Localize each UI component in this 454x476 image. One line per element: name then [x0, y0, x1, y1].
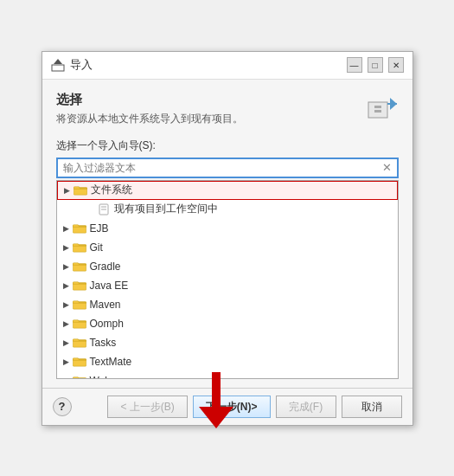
tree-item-label-maven: Maven — [90, 299, 121, 311]
tree-container[interactable]: ▶ 文件系统 现有项目到工作空间中▶ EJB▶ Git▶ Gradle▶ Jav… — [56, 180, 399, 379]
back-button[interactable]: < 上一步(B) — [107, 396, 187, 418]
expand-arrow-filesystem[interactable]: ▶ — [61, 184, 74, 196]
svg-marker-1 — [54, 59, 62, 64]
folder-icon-javaee — [73, 280, 86, 292]
file-icon-existing-project — [97, 203, 111, 215]
svg-rect-3 — [374, 106, 381, 108]
folder-icon-oomph — [73, 318, 86, 330]
expand-arrow-oomph[interactable]: ▶ — [61, 318, 73, 330]
tree-item-gradle[interactable]: ▶ Gradle — [57, 257, 398, 276]
folder-icon-filesystem — [74, 184, 87, 196]
help-button[interactable]: ? — [53, 397, 72, 416]
expand-arrow-maven[interactable]: ▶ — [61, 299, 73, 311]
footer-left: ? — [53, 397, 72, 416]
expand-arrow-ejb[interactable]: ▶ — [61, 222, 73, 235]
title-controls: — □ ✕ — [347, 57, 404, 73]
tree-item-label-filesystem: 文件系统 — [91, 183, 132, 197]
folder-icon-gradle — [73, 261, 86, 273]
header-text: 选择 将资源从本地文件系统导入到现有项目。 — [56, 92, 243, 137]
filter-row: ✕ — [56, 158, 399, 178]
svg-rect-4 — [374, 110, 381, 113]
tree-item-textmate[interactable]: ▶ TextMate — [57, 352, 398, 371]
tree-item-label-oomph: Oomph — [90, 318, 124, 330]
folder-icon-textmate — [73, 356, 86, 368]
tree-item-label-git: Git — [90, 241, 103, 254]
folder-icon-web — [73, 375, 86, 379]
title-bar: 导入 — □ ✕ — [42, 52, 412, 80]
tree-item-maven[interactable]: ▶ Maven — [57, 295, 398, 314]
expand-arrow-javaee[interactable]: ▶ — [61, 280, 73, 292]
tree-item-javaee[interactable]: ▶ Java EE — [57, 276, 398, 295]
big-arrow — [190, 372, 242, 433]
tree-item-git[interactable]: ▶ Git — [57, 238, 398, 257]
tree-item-ejb[interactable]: ▶ EJB — [57, 219, 398, 238]
svg-marker-23 — [199, 407, 233, 428]
filter-clear-button[interactable]: ✕ — [377, 161, 397, 174]
close-button[interactable]: ✕ — [388, 57, 404, 73]
tree-item-label-gradle: Gradle — [90, 261, 121, 273]
tree-item-filesystem[interactable]: ▶ 文件系统 — [57, 181, 398, 200]
minimize-button[interactable]: — — [347, 57, 362, 73]
tree-item-label-web: Web — [90, 375, 111, 379]
wizard-label: 选择一个导入向导(S): — [56, 138, 399, 153]
finish-button[interactable]: 完成(F) — [276, 396, 336, 418]
import-dialog: 导入 — □ ✕ 选择 将资源从本地文件系统导入到现有项目。 选择一个导入向导(… — [42, 51, 413, 426]
folder-icon-ejb — [73, 222, 86, 235]
content-area: 选择 将资源从本地文件系统导入到现有项目。 选择一个导入向导(S): ✕ ▶ 文 — [42, 80, 412, 388]
header-row: 选择 将资源从本地文件系统导入到现有项目。 — [56, 92, 399, 137]
import-graphic-icon — [364, 93, 399, 121]
expand-arrow-textmate[interactable]: ▶ — [61, 356, 73, 368]
folder-icon-git — [73, 241, 86, 254]
tree-item-label-textmate: TextMate — [90, 356, 132, 368]
tree-item-existing-project[interactable]: 现有项目到工作空间中 — [57, 200, 398, 219]
expand-arrow-web[interactable]: ▶ — [61, 375, 73, 379]
title-bar-left: 导入 — [51, 57, 93, 73]
expand-arrow-tasks[interactable]: ▶ — [61, 337, 73, 349]
section-desc: 将资源从本地文件系统导入到现有项目。 — [56, 112, 243, 126]
maximize-button[interactable]: □ — [368, 57, 383, 73]
folder-icon-maven — [73, 299, 86, 311]
tree-item-label-tasks: Tasks — [90, 337, 117, 349]
section-title: 选择 — [56, 92, 243, 108]
folder-icon-tasks — [73, 337, 86, 349]
tree-item-label-javaee: Java EE — [90, 280, 129, 292]
footer-buttons: < 上一步(B) 下一步(N)> 完成(F) 取消 — [107, 396, 401, 418]
svg-rect-0 — [52, 65, 64, 71]
cancel-button[interactable]: 取消 — [342, 396, 402, 418]
filter-input[interactable] — [58, 159, 377, 177]
import-icon — [51, 58, 65, 72]
expand-arrow-git[interactable]: ▶ — [61, 241, 73, 254]
tree-item-tasks[interactable]: ▶ Tasks — [57, 333, 398, 352]
tree-item-oomph[interactable]: ▶ Oomph — [57, 314, 398, 333]
dialog-title: 导入 — [70, 57, 93, 73]
tree-item-label-existing-project: 现有项目到工作空间中 — [114, 202, 218, 216]
tree-item-label-ejb: EJB — [90, 222, 109, 235]
expand-arrow-gradle[interactable]: ▶ — [61, 261, 73, 273]
